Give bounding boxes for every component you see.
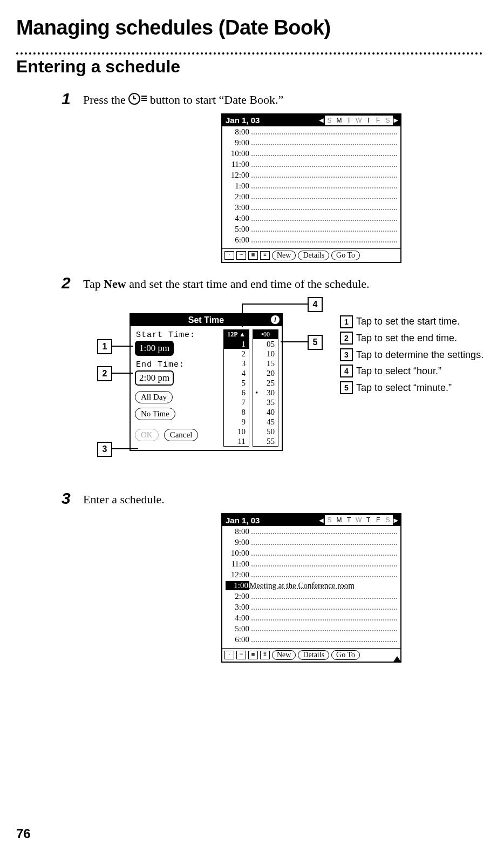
no-time-button[interactable]: No Time — [135, 408, 175, 420]
hour-option[interactable]: 5 — [224, 378, 249, 388]
time-slot[interactable]: 3:00 — [226, 603, 251, 612]
day-t[interactable]: T — [344, 116, 354, 125]
time-slot[interactable]: 12:00 — [226, 570, 251, 579]
day-f[interactable]: F — [373, 515, 383, 525]
day-s2[interactable]: S — [383, 515, 393, 525]
minute-option[interactable]: 40 — [253, 407, 278, 417]
view-week-icon[interactable]: ⋯ — [236, 651, 246, 659]
day-m[interactable]: M — [335, 515, 344, 525]
minute-option[interactable]: 15 — [253, 359, 278, 368]
time-slot[interactable]: 8:00 — [226, 527, 251, 536]
time-slot[interactable]: 6:00 — [226, 235, 251, 245]
time-slot[interactable]: 11:00 — [226, 559, 251, 569]
time-slot[interactable]: 5:00 — [226, 624, 251, 633]
next-week-icon[interactable]: ▶ — [393, 516, 399, 525]
legend-text: Tap to select “hour.” — [356, 363, 441, 380]
time-slot[interactable]: 8:00 — [226, 127, 251, 137]
prev-week-icon[interactable]: ◀ — [318, 116, 324, 125]
minute-option[interactable]: 30 — [253, 388, 278, 397]
goto-button[interactable]: Go To — [331, 650, 360, 660]
minute-option[interactable]: 10 — [253, 349, 278, 359]
minute-option[interactable]: 20 — [253, 368, 278, 378]
next-week-icon[interactable]: ▶ — [393, 116, 399, 125]
view-month-icon[interactable]: ▦ — [248, 651, 258, 659]
hour-column[interactable]: 12P ▲ 1 2 3 4 5 6 7 8 9 10 11 — [223, 329, 249, 447]
end-time-field[interactable]: 2:00 pm — [135, 370, 174, 386]
time-slot[interactable]: 3:00 — [226, 203, 251, 212]
day-s[interactable]: S — [325, 515, 335, 525]
hour-option[interactable]: 11 — [224, 436, 249, 446]
minute-option[interactable]: 55 — [253, 436, 278, 446]
view-month-icon[interactable]: ▦ — [248, 251, 258, 260]
time-slot[interactable]: 12:00 — [226, 171, 251, 180]
legend-num: 3 — [340, 348, 353, 361]
minute-option[interactable]: 05 — [253, 339, 278, 349]
datebook-dayview-screenshot: Jan 1, 03 ◀ S M T W T F S ▶ 8:00 9:00 10… — [221, 113, 401, 263]
cancel-button[interactable]: Cancel — [164, 429, 199, 441]
day-w[interactable]: W — [354, 116, 364, 125]
start-time-label: Start Time: — [136, 330, 220, 340]
minute-option[interactable]: 25 — [253, 378, 278, 388]
callout-1: 1 — [97, 339, 112, 354]
day-t[interactable]: T — [344, 515, 354, 525]
ok-button[interactable]: OK — [135, 429, 159, 441]
time-slot[interactable]: 2:00 — [226, 592, 251, 601]
day-t2[interactable]: T — [364, 116, 373, 125]
view-day-icon[interactable]: · — [224, 251, 234, 260]
day-w[interactable]: W — [354, 515, 364, 525]
minute-option[interactable]: 35 — [253, 397, 278, 407]
details-button[interactable]: Details — [298, 650, 329, 660]
hour-option[interactable]: 1 — [224, 339, 249, 349]
minute-option[interactable]: 50 — [253, 427, 278, 436]
scroll-down-icon[interactable] — [393, 656, 401, 663]
view-day-icon[interactable]: · — [224, 651, 234, 659]
minute-column[interactable]: •00 05 10 15 20 25 30 35 40 45 50 55 — [253, 329, 278, 447]
dayview-date[interactable]: Jan 1, 03 — [223, 516, 260, 525]
step-number: 3 — [62, 490, 83, 507]
hour-option[interactable]: 10 — [224, 427, 249, 436]
day-s2[interactable]: S — [383, 116, 393, 125]
view-week-icon[interactable]: ⋯ — [236, 251, 246, 260]
hour-option[interactable]: 6 — [224, 388, 249, 397]
hour-option[interactable]: 9 — [224, 417, 249, 427]
section-title: Entering a schedule — [16, 57, 482, 77]
hour-option[interactable]: 7 — [224, 397, 249, 407]
time-slot[interactable]: 11:00 — [226, 160, 251, 169]
day-m[interactable]: M — [335, 116, 344, 125]
all-day-button[interactable]: All Day — [135, 391, 173, 403]
time-slot[interactable]: 10:00 — [226, 549, 251, 558]
view-agenda-icon[interactable]: ≣ — [260, 251, 270, 260]
new-button[interactable]: New — [272, 251, 296, 260]
dayview-date[interactable]: Jan 1, 03 — [223, 116, 260, 125]
time-slot[interactable]: 1:00 — [226, 181, 251, 191]
time-slot[interactable]: 9:00 — [226, 138, 251, 147]
schedule-entry[interactable]: Meeting at the Conference room — [249, 581, 355, 590]
legend-num: 2 — [340, 332, 353, 345]
day-s[interactable]: S — [325, 116, 335, 125]
time-slot[interactable]: 9:00 — [226, 538, 251, 547]
time-slot[interactable]: 6:00 — [226, 635, 251, 644]
hour-option[interactable]: 3 — [224, 359, 249, 368]
time-slot[interactable]: 4:00 — [226, 214, 251, 223]
info-icon[interactable]: i — [271, 315, 280, 324]
goto-button[interactable]: Go To — [331, 251, 360, 260]
text: button to start “Date Book.” — [150, 93, 283, 106]
time-slot[interactable]: 10:00 — [226, 149, 251, 158]
view-agenda-icon[interactable]: ≣ — [260, 651, 270, 659]
details-button[interactable]: Details — [298, 251, 329, 260]
time-slot[interactable]: 4:00 — [226, 613, 251, 623]
start-time-field[interactable]: 1:00 pm — [135, 341, 174, 356]
hour-header[interactable]: 12P ▲ — [224, 330, 249, 339]
time-slot[interactable]: 5:00 — [226, 225, 251, 234]
new-button[interactable]: New — [272, 650, 296, 660]
hour-option[interactable]: 8 — [224, 407, 249, 417]
minute-header[interactable]: •00 — [253, 330, 278, 339]
hour-option[interactable]: 4 — [224, 368, 249, 378]
day-t2[interactable]: T — [364, 515, 373, 525]
time-slot[interactable]: 2:00 — [226, 192, 251, 201]
prev-week-icon[interactable]: ◀ — [318, 516, 324, 525]
minute-option[interactable]: 45 — [253, 417, 278, 427]
hour-option[interactable]: 2 — [224, 349, 249, 359]
day-f[interactable]: F — [373, 116, 383, 125]
time-slot-selected[interactable]: 1:00 — [226, 581, 249, 590]
